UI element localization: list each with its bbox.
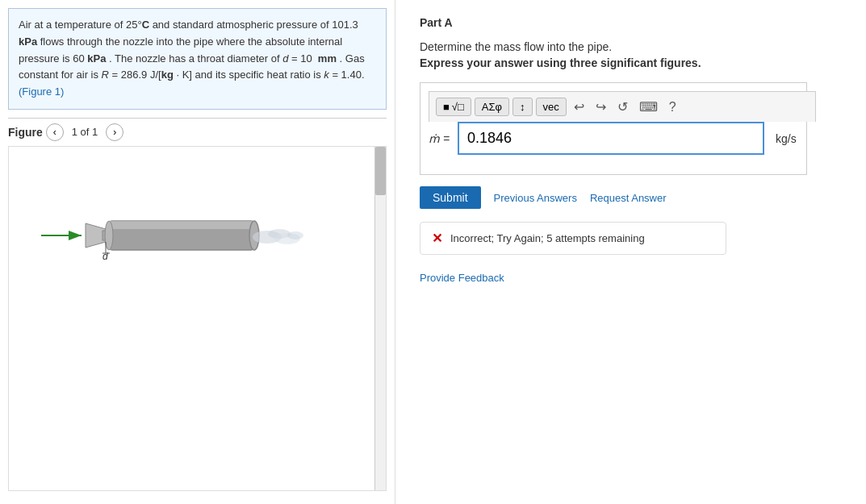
figure-link[interactable]: (Figure 1) — [19, 85, 64, 98]
problem-text-box: Air at a temperature of 25°C and standar… — [8, 8, 387, 110]
figure-scroll-thumb — [375, 147, 386, 195]
matrix-label: ↕ — [520, 101, 525, 113]
refresh-icon: ↺ — [617, 100, 628, 114]
incorrect-icon: ✕ — [432, 231, 442, 246]
previous-answers-link[interactable]: Previous Answers — [494, 192, 577, 204]
right-panel: Part A Determine the mass flow into the … — [395, 0, 866, 504]
answer-outer-box: ■ √□ ΑΣφ ↕ vec ↩ ↪ ↺ — [420, 82, 807, 175]
figure-scrollbar[interactable] — [374, 147, 386, 490]
left-panel: Air at a temperature of 25°C and standar… — [0, 0, 395, 504]
action-row: Submit Previous Answers Request Answer — [420, 186, 842, 209]
svg-rect-5 — [109, 221, 254, 229]
redo-icon: ↪ — [596, 100, 606, 114]
instruction-text: Determine the mass flow into the pipe. — [420, 40, 842, 53]
redo-button[interactable]: ↪ — [592, 97, 610, 117]
problem-line-1: Air at a temperature of 25°C and standar… — [19, 19, 365, 81]
formula-label: √□ — [452, 101, 464, 113]
greek-label: ΑΣφ — [482, 101, 502, 113]
figure-next-button[interactable]: › — [106, 123, 123, 141]
figure-canvas: d — [8, 146, 387, 491]
part-label-text: Part A — [420, 16, 453, 29]
request-answer-link[interactable]: Request Answer — [590, 192, 667, 204]
figure-section: Figure ‹ 1 of 1 › — [8, 118, 387, 496]
keyboard-icon: ⌨ — [639, 100, 658, 114]
answer-label: ṁ = — [429, 132, 450, 145]
svg-point-11 — [287, 231, 303, 240]
figure-header: Figure ‹ 1 of 1 › — [8, 119, 387, 146]
formula-icon: ■ — [443, 101, 450, 113]
answer-row: ṁ = 0.1846 kg/s — [429, 122, 798, 155]
answer-input[interactable]: 0.1846 — [458, 122, 764, 155]
figure-prev-button[interactable]: ‹ — [46, 123, 64, 141]
vector-button[interactable]: vec — [536, 98, 567, 116]
refresh-button[interactable]: ↺ — [613, 97, 632, 117]
part-label: Part A — [420, 16, 842, 29]
greek-button[interactable]: ΑΣφ — [475, 98, 509, 116]
expression-instruction: Express your answer using three signific… — [420, 56, 842, 69]
provide-feedback-link[interactable]: Provide Feedback — [420, 272, 504, 284]
help-icon: ? — [669, 100, 676, 114]
feedback-box: ✕ Incorrect; Try Again; 5 attempts remai… — [420, 222, 726, 255]
undo-icon: ↩ — [574, 100, 584, 114]
help-button[interactable]: ? — [665, 98, 680, 117]
submit-button[interactable]: Submit — [420, 186, 481, 209]
math-toolbar: ■ √□ ΑΣφ ↕ vec ↩ ↪ ↺ — [429, 91, 816, 122]
feedback-message: Incorrect; Try Again; 5 attempts remaini… — [450, 232, 645, 244]
matrix-button[interactable]: ↕ — [512, 98, 533, 116]
figure-label: Figure — [8, 126, 43, 139]
keyboard-button[interactable]: ⌨ — [635, 97, 662, 117]
figure-page-info: 1 of 1 — [72, 126, 98, 138]
answer-unit: kg/s — [776, 132, 797, 145]
undo-button[interactable]: ↩ — [570, 97, 588, 117]
formula-button[interactable]: ■ √□ — [436, 98, 471, 116]
vector-label: vec — [543, 101, 559, 113]
nozzle-illustration: d — [33, 187, 307, 284]
